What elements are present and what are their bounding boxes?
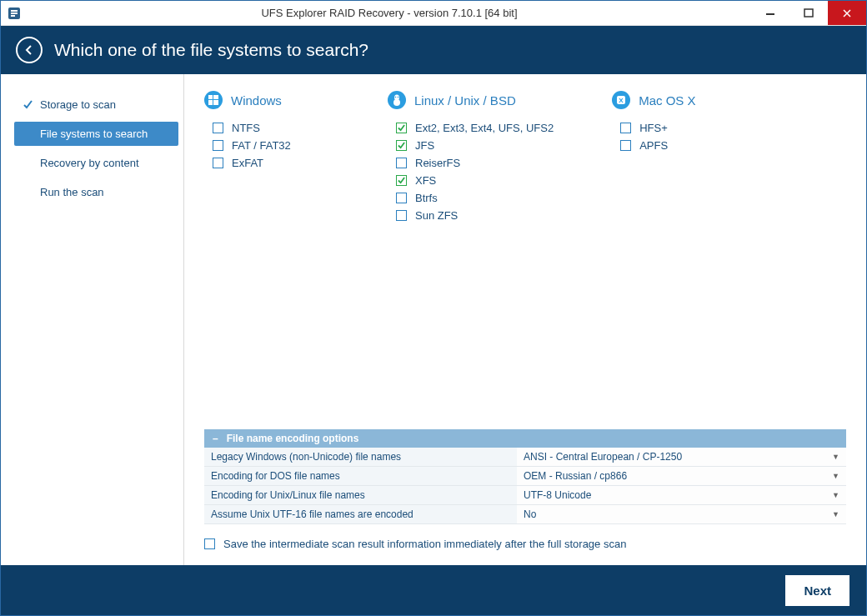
svg-rect-1 — [766, 13, 774, 15]
back-button[interactable] — [16, 37, 43, 63]
fs-checkbox[interactable] — [396, 193, 407, 203]
chevron-down-icon: ▼ — [832, 510, 839, 518]
fs-item-label: HFS+ — [639, 122, 668, 134]
main-panel: WindowsNTFSFAT / FAT32ExFATLinux / Unix … — [184, 74, 866, 565]
fs-group-2: XMac OS XHFS+APFS — [612, 91, 737, 224]
app-icon — [8, 7, 21, 20]
chevron-down-icon: ▼ — [832, 491, 839, 499]
svg-rect-5 — [208, 100, 213, 105]
page-title: Which one of the file systems to search? — [54, 40, 368, 60]
arrow-left-icon — [23, 43, 36, 57]
encoding-row: Encoding for Unix/Linux file namesUTF-8 … — [204, 486, 846, 505]
fs-item-label: Ext2, Ext3, Ext4, UFS, UFS2 — [415, 122, 554, 134]
fs-group-header: XMac OS X — [612, 91, 737, 109]
fs-checkbox[interactable] — [396, 210, 407, 221]
encoding-row: Encoding for DOS file namesOEM - Russian… — [204, 467, 846, 486]
fs-checkbox[interactable] — [396, 140, 407, 151]
encoding-row: Legacy Windows (non-Unicode) file namesA… — [204, 448, 846, 467]
encoding-panel: – File name encoding options Legacy Wind… — [204, 429, 846, 524]
fs-checkbox[interactable] — [396, 158, 407, 168]
fs-item-label: NTFS — [232, 122, 260, 134]
fs-group-header: Linux / Unix / BSD — [388, 91, 554, 109]
encoding-header-label: File name encoding options — [227, 433, 359, 444]
maximize-button[interactable] — [789, 1, 828, 25]
fs-checkbox[interactable] — [620, 140, 631, 151]
svg-point-10 — [398, 97, 399, 98]
encoding-dropdown[interactable]: No▼ — [517, 505, 846, 523]
fs-item[interactable]: HFS+ — [612, 119, 737, 137]
svg-rect-6 — [213, 100, 218, 105]
fs-checkbox[interactable] — [396, 123, 407, 133]
svg-point-8 — [393, 99, 400, 106]
macos-icon: X — [612, 91, 630, 109]
titlebar: UFS Explorer RAID Recovery - version 7.1… — [1, 1, 866, 26]
sidebar-step-label: Recovery by content — [40, 157, 139, 169]
window-controls — [751, 1, 866, 25]
fs-item[interactable]: JFS — [388, 137, 554, 154]
fs-item[interactable]: Btrfs — [388, 189, 554, 207]
svg-rect-3 — [208, 95, 213, 99]
maximize-icon — [804, 8, 814, 18]
sidebar-step-1[interactable]: File systems to search — [14, 122, 178, 146]
sidebar-step-3[interactable]: Run the scan — [14, 180, 178, 204]
fs-item-label: JFS — [415, 139, 434, 152]
fs-checkbox[interactable] — [620, 123, 631, 133]
encoding-dropdown[interactable]: OEM - Russian / cp866▼ — [517, 467, 846, 485]
encoding-dropdown[interactable]: ANSI - Central European / CP-1250▼ — [517, 448, 846, 466]
sidebar-step-2[interactable]: Recovery by content — [14, 151, 178, 175]
fs-item-label: Sun ZFS — [415, 209, 458, 222]
fs-item[interactable]: Ext2, Ext3, Ext4, UFS, UFS2 — [388, 119, 554, 137]
fs-group-name: Windows — [231, 93, 282, 108]
svg-rect-2 — [804, 9, 813, 17]
fs-item[interactable]: APFS — [612, 137, 737, 154]
check-icon — [23, 100, 33, 110]
fs-group-0: WindowsNTFSFAT / FAT32ExFAT — [204, 91, 329, 224]
chevron-down-icon: ▼ — [832, 472, 839, 480]
fs-checkbox[interactable] — [213, 158, 223, 168]
sidebar: Storage to scanFile systems to searchRec… — [1, 74, 184, 565]
fs-item[interactable]: NTFS — [204, 119, 329, 137]
wizard-header: Which one of the file systems to search? — [1, 26, 866, 74]
encoding-label: Encoding for DOS file names — [204, 467, 517, 485]
fs-item[interactable]: XFS — [388, 172, 554, 189]
encoding-row: Assume Unix UTF-16 file names are encode… — [204, 505, 846, 524]
sidebar-step-label: Run the scan — [40, 186, 104, 198]
fs-item-label: XFS — [415, 174, 436, 187]
encoding-label: Assume Unix UTF-16 file names are encode… — [204, 505, 517, 523]
sidebar-step-label: Storage to scan — [40, 98, 116, 111]
wizard-footer: Next — [1, 565, 866, 615]
fs-item[interactable]: ReiserFS — [388, 154, 554, 172]
encoding-value: No — [524, 508, 536, 520]
save-intermediate-label: Save the intermediate scan result inform… — [223, 538, 626, 550]
encoding-header[interactable]: – File name encoding options — [204, 429, 846, 448]
chevron-down-icon: ▼ — [832, 453, 839, 461]
svg-text:X: X — [619, 97, 624, 104]
encoding-dropdown[interactable]: UTF-8 Unicode▼ — [517, 486, 846, 504]
save-intermediate-option[interactable]: Save the intermediate scan result inform… — [204, 538, 846, 550]
wizard-body: Storage to scanFile systems to searchRec… — [1, 74, 866, 565]
close-icon — [842, 8, 852, 18]
fs-item-label: FAT / FAT32 — [232, 139, 291, 152]
encoding-value: UTF-8 Unicode — [524, 489, 591, 501]
fs-item-label: APFS — [639, 139, 668, 152]
svg-rect-4 — [213, 95, 218, 99]
collapse-icon: – — [213, 433, 218, 444]
fs-item-label: ExFAT — [232, 157, 263, 169]
save-intermediate-checkbox[interactable] — [204, 538, 215, 549]
fs-item[interactable]: Sun ZFS — [388, 207, 554, 224]
fs-checkbox[interactable] — [213, 140, 223, 151]
fs-group-name: Linux / Unix / BSD — [414, 93, 516, 108]
encoding-value: OEM - Russian / cp866 — [524, 470, 627, 482]
encoding-label: Encoding for Unix/Linux file names — [204, 486, 517, 504]
sidebar-step-0[interactable]: Storage to scan — [14, 93, 178, 117]
fs-checkbox[interactable] — [396, 175, 407, 186]
next-button[interactable]: Next — [785, 575, 849, 606]
minimize-button[interactable] — [751, 1, 789, 25]
fs-item[interactable]: FAT / FAT32 — [204, 137, 329, 154]
windows-icon — [204, 91, 223, 109]
close-button[interactable] — [828, 1, 866, 25]
fs-item[interactable]: ExFAT — [204, 154, 329, 172]
fs-checkbox[interactable] — [213, 123, 223, 133]
fs-group-1: Linux / Unix / BSDExt2, Ext3, Ext4, UFS,… — [388, 91, 554, 224]
minimize-icon — [765, 8, 775, 18]
